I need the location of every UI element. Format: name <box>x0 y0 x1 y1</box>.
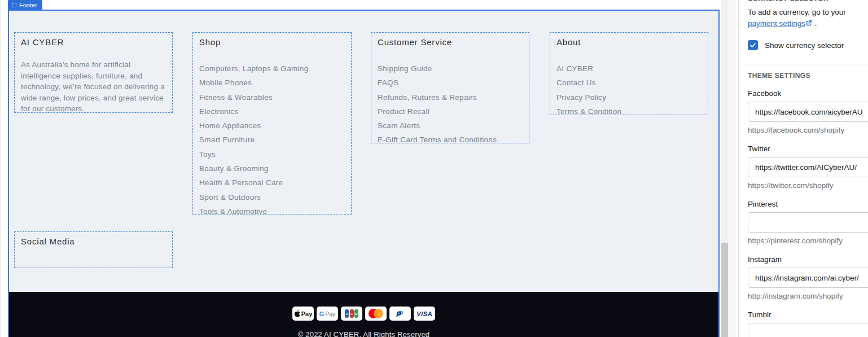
visa-icon: VISA <box>414 307 435 321</box>
footer-block-social-media[interactable]: Social Media <box>14 231 173 268</box>
footer-link[interactable]: Fitness & Wearables <box>199 90 345 104</box>
footer-link[interactable]: Health & Personal Care <box>199 176 345 190</box>
apple-logo-icon <box>294 310 300 317</box>
footer-link[interactable]: Privacy Policy <box>556 90 702 104</box>
customer-service-link-list: Shipping GuideFAQSRefunds, Rutures & Rep… <box>378 62 523 147</box>
tumblr-field-group: Tumblr <box>748 310 868 337</box>
twitter-label: Twitter <box>748 145 868 153</box>
external-link-icon <box>805 19 813 27</box>
footer-link[interactable]: Shipping Guide <box>378 62 523 76</box>
twitter-field-group: Twitter https://twitter.com/shopify <box>748 145 868 190</box>
footer-link[interactable]: Toys <box>199 147 345 161</box>
facebook-helper: https://facebook.com/shopify <box>748 126 868 134</box>
mastercard-icon <box>365 307 387 321</box>
shop-heading: Shop <box>199 37 345 47</box>
social-media-heading: Social Media <box>21 237 166 246</box>
pinterest-field-group: Pinterest https://pinterest.com/shopify <box>748 200 868 245</box>
footer-block-about-menu[interactable]: About AI CYBERContact UsPrivacy PolicyTe… <box>550 32 708 115</box>
footer-link[interactable]: Scam Alerts <box>378 119 523 133</box>
show-currency-selector-label: Show currency selector <box>765 41 844 50</box>
tumblr-input[interactable] <box>748 323 868 337</box>
paypal-icon: PP <box>389 307 411 321</box>
shop-link-list: Computers, Laptops & GamingMobile Phones… <box>199 62 345 218</box>
footer-link[interactable]: Sport & Outdoors <box>199 190 345 204</box>
theme-editor: Footer AI CYBER As Australia’s home for … <box>0 0 868 337</box>
footer-link[interactable]: AI CYBER <box>556 62 702 76</box>
footer-link[interactable]: Electronics <box>199 104 345 119</box>
footer-block-about-text[interactable]: AI CYBER As Australia’s home for artific… <box>14 32 173 113</box>
currency-selector-header: CURRENCY SELECTOR <box>748 0 828 3</box>
footer-link[interactable]: Mobile Phones <box>199 76 345 90</box>
settings-divider <box>739 64 868 64</box>
instagram-field-group: Instagram http://instagram.com/shopify <box>748 255 868 300</box>
footer-link[interactable]: Home Appliances <box>199 119 345 133</box>
checkmark-icon <box>749 42 756 49</box>
show-currency-selector-row[interactable]: Show currency selector <box>748 40 844 50</box>
footer-link[interactable]: Terms & Condition <box>556 104 702 119</box>
instagram-helper: http://instagram.com/shopify <box>748 292 868 300</box>
footer-link[interactable]: Product Recall <box>378 104 523 119</box>
about-heading: About <box>556 37 702 47</box>
customer-service-heading: Customer Service <box>378 37 523 47</box>
payment-settings-link[interactable]: payment settings <box>748 19 805 28</box>
footer-section-tab[interactable]: Footer <box>8 0 42 10</box>
footer-bottom-bar: Pay G Pay J C B PP VISA <box>9 292 718 337</box>
footer-link[interactable]: Smart Furniture <box>199 133 345 147</box>
show-currency-selector-checkbox[interactable] <box>748 40 758 50</box>
twitter-input[interactable] <box>748 157 868 177</box>
footer-brand-heading: AI CYBER <box>21 37 166 47</box>
editor-left-edge <box>0 0 1 337</box>
facebook-input[interactable] <box>748 102 868 122</box>
footer-link[interactable]: Computers, Laptops & Gaming <box>199 62 345 76</box>
footer-link[interactable]: FAQS <box>378 76 523 90</box>
google-pay-icon: G Pay <box>317 307 338 321</box>
facebook-label: Facebook <box>748 89 868 98</box>
tumblr-label: Tumblr <box>748 310 868 319</box>
instagram-input[interactable] <box>748 268 868 288</box>
pinterest-helper: https://pinterest.com/shopify <box>748 237 868 245</box>
sidebar-gutter <box>729 0 736 337</box>
twitter-helper: https://twitter.com/shopify <box>748 181 868 190</box>
theme-settings-header: THEME SETTINGS <box>748 72 810 80</box>
footer-link[interactable]: Contact Us <box>556 76 702 90</box>
pinterest-label: Pinterest <box>748 200 868 208</box>
about-link-list: AI CYBERContact UsPrivacy PolicyTerms & … <box>556 62 702 119</box>
jcb-icon: J C B <box>341 307 362 321</box>
sidebar-divider-line <box>738 0 739 337</box>
instagram-label: Instagram <box>748 255 868 264</box>
footer-block-customer-service-menu[interactable]: Customer Service Shipping GuideFAQSRefun… <box>371 32 529 143</box>
apple-pay-icon: Pay <box>292 307 314 321</box>
currency-note: To add a currency, go to your payment se… <box>748 7 863 29</box>
footer-block-shop-menu[interactable]: Shop Computers, Laptops & GamingMobile P… <box>192 32 352 215</box>
section-icon <box>12 3 16 7</box>
copyright-text: © 2022 AI CYBER. All Rights Reserved <box>9 330 718 337</box>
footer-link[interactable]: Tools & Automotive <box>199 204 345 218</box>
preview-scrollbar-thumb[interactable] <box>721 243 728 337</box>
footer-link[interactable]: Refunds, Rutures & Repairs <box>378 90 523 104</box>
payment-badges-row: Pay G Pay J C B PP VISA <box>9 292 718 321</box>
footer-link[interactable]: Beauty & Grooming <box>199 161 345 176</box>
facebook-field-group: Facebook https://facebook.com/shopify <box>748 89 868 134</box>
footer-link[interactable]: E-Gift Card Terms and Conditions <box>378 133 523 147</box>
footer-brand-description: As Australia’s home for artificial intel… <box>21 59 166 115</box>
pinterest-input[interactable] <box>748 212 868 233</box>
footer-tab-label: Footer <box>19 2 37 8</box>
footer-section-preview[interactable]: AI CYBER As Australia’s home for artific… <box>8 10 720 337</box>
